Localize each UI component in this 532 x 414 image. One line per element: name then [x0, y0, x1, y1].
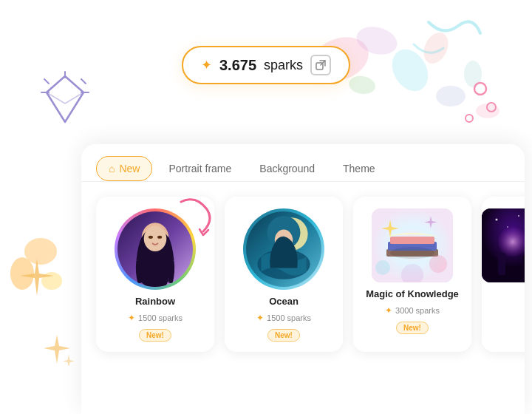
- ocean-image: [243, 208, 324, 290]
- sparkle-bottom-decoration: [41, 333, 74, 366]
- sparks-badge: ✦ 3.675 sparks: [182, 46, 350, 84]
- svg-point-35: [429, 255, 447, 273]
- card-haunted[interactable]: [482, 197, 525, 352]
- svg-point-34: [390, 247, 434, 259]
- ocean-sparks-value: 1500 sparks: [267, 313, 311, 322]
- diamond-decoration: [35, 70, 95, 129]
- books-image: [372, 208, 453, 282]
- svg-line-17: [81, 79, 86, 84]
- tab-background[interactable]: Background: [248, 157, 327, 180]
- main-panel: ⌂ New Portrait frame Background Theme: [81, 144, 525, 414]
- magic-sparks-value: 3000 sparks: [395, 306, 440, 315]
- sparks-amount: 3.675: [219, 57, 256, 74]
- external-link-button[interactable]: [310, 55, 331, 75]
- svg-point-41: [518, 215, 519, 217]
- svg-line-16: [44, 79, 49, 84]
- rainbow-sparks-value: 1500 sparks: [138, 313, 183, 322]
- svg-point-25: [157, 236, 162, 239]
- home-icon: ⌂: [109, 163, 115, 174]
- magic-new-badge: New!: [396, 322, 429, 334]
- sparkle-left-decoration: [15, 255, 59, 299]
- svg-point-43: [507, 226, 508, 228]
- svg-rect-33: [390, 237, 434, 244]
- tab-background-label: Background: [259, 163, 315, 174]
- card-ocean[interactable]: Ocean ✦ 1500 sparks New!: [225, 197, 343, 352]
- haunted-image: [482, 208, 525, 282]
- svg-point-2: [385, 43, 435, 98]
- magic-card-name: Magic of Knowledge: [366, 288, 459, 299]
- ocean-new-badge: New!: [267, 329, 300, 342]
- rainbow-new-badge: New!: [139, 329, 171, 342]
- tab-theme-label: Theme: [343, 163, 375, 174]
- svg-point-40: [496, 219, 498, 221]
- svg-marker-11: [47, 76, 83, 122]
- svg-point-20: [466, 115, 473, 122]
- svg-rect-45: [489, 257, 495, 275]
- ocean-sparks: ✦ 1500 sparks: [256, 313, 311, 323]
- sparks-icon: ✦: [201, 57, 212, 73]
- circles-decoration: [458, 74, 502, 133]
- svg-point-3: [347, 74, 377, 96]
- tab-portrait-label: Portrait frame: [168, 163, 231, 174]
- cards-grid: Rainbow ✦ 1500 sparks New!: [81, 182, 525, 367]
- tab-theme[interactable]: Theme: [331, 157, 387, 180]
- svg-rect-46: [498, 253, 505, 275]
- arrow-decoration: [174, 191, 225, 242]
- magic-sparks: ✦ 3000 sparks: [385, 305, 440, 316]
- sparks-label: sparks: [264, 58, 303, 73]
- rainbow-card-name: Rainbow: [135, 296, 175, 307]
- svg-point-4: [419, 29, 453, 68]
- svg-point-1: [353, 22, 400, 58]
- ocean-card-name: Ocean: [269, 296, 299, 307]
- svg-point-24: [149, 236, 153, 239]
- svg-marker-12: [47, 76, 83, 104]
- tab-new[interactable]: ⌂ New: [96, 156, 152, 181]
- svg-rect-47: [522, 255, 525, 275]
- rainbow-sparks: ✦ 1500 sparks: [128, 313, 183, 323]
- svg-point-19: [487, 103, 496, 112]
- tabs-row: ⌂ New Portrait frame Background Theme: [81, 144, 525, 182]
- svg-point-23: [144, 225, 167, 251]
- svg-point-36: [375, 260, 390, 275]
- svg-point-18: [474, 83, 486, 95]
- tab-portrait-frame[interactable]: Portrait frame: [157, 157, 243, 180]
- card-magic-knowledge[interactable]: Magic of Knowledge ✦ 3000 sparks New!: [353, 197, 471, 352]
- tab-new-label: New: [119, 163, 140, 174]
